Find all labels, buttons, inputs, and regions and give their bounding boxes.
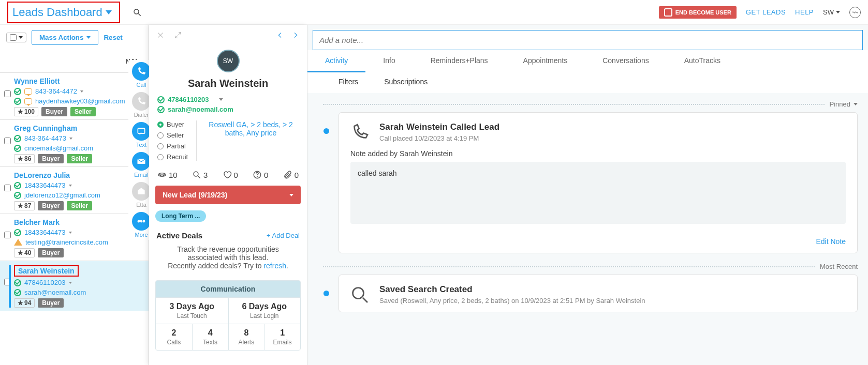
next-lead-icon[interactable] xyxy=(291,31,300,39)
rail-email[interactable]: Email xyxy=(132,152,151,178)
tag-buyer: Buyer xyxy=(38,298,64,308)
rail-more[interactable]: More xyxy=(132,212,151,238)
lead-checkbox[interactable] xyxy=(4,185,11,191)
end-become-user-button[interactable]: END BECOME USER xyxy=(659,6,737,19)
dashboard-title-dropdown[interactable]: Leads Dashboard xyxy=(7,2,120,23)
stat-help[interactable]: 0 xyxy=(253,170,268,179)
stat-last-login[interactable]: 6 Days AgoLast Login xyxy=(228,297,301,324)
lead-phone[interactable]: 18433644473 xyxy=(24,181,66,189)
detail-email[interactable]: sarah@noemail.com xyxy=(168,105,233,113)
note-text: called sarah xyxy=(350,162,846,224)
call-icon xyxy=(132,62,151,81)
rail-call[interactable]: Call xyxy=(132,62,151,88)
check-circle-icon xyxy=(14,98,21,105)
stat-attachments[interactable]: 0 xyxy=(283,170,299,179)
lead-checkbox[interactable] xyxy=(4,138,11,144)
help-link[interactable]: HELP xyxy=(795,8,814,16)
lead-name[interactable]: Sarah Weinstein xyxy=(18,267,75,275)
chevron-down-icon[interactable] xyxy=(219,98,223,101)
add-note-input[interactable] xyxy=(313,30,863,50)
lead-email[interactable]: jdelorenzo12@gmail.com xyxy=(24,191,100,199)
type-recruit[interactable]: Recruit xyxy=(157,153,188,161)
status-indicator-icon[interactable] xyxy=(849,7,861,18)
lead-checkbox[interactable] xyxy=(4,90,11,97)
text-icon xyxy=(132,122,151,141)
lead-row[interactable]: Sarah Weinstein 47846110203 sarah@noemai… xyxy=(0,261,149,311)
stat-calls[interactable]: 2Calls xyxy=(156,324,192,350)
lead-email[interactable]: testing@trainercincsite.com xyxy=(25,238,108,246)
rail-label: Email xyxy=(134,172,149,178)
edit-note-link[interactable]: Edit Note xyxy=(816,237,846,246)
search-icon[interactable] xyxy=(133,8,142,17)
chevron-down-icon[interactable] xyxy=(69,185,72,187)
lead-name[interactable]: Greg Cunningham xyxy=(14,124,77,132)
refresh-link[interactable]: refresh xyxy=(263,262,286,270)
lead-name[interactable]: Wynne Elliott xyxy=(14,77,60,85)
svg-point-0 xyxy=(134,9,139,14)
lead-email[interactable]: cincemails@gmail.com xyxy=(24,144,93,152)
subscriptions-tab[interactable]: Subscriptions xyxy=(384,78,428,86)
column-header-name: NAI xyxy=(0,50,149,72)
expand-icon[interactable] xyxy=(174,31,182,39)
chevron-down-icon xyxy=(86,36,91,39)
stat-last-touch[interactable]: 3 Days AgoLast Touch xyxy=(156,297,228,324)
lead-row[interactable]: Belcher Mark 18433644473 testing@trainer… xyxy=(0,214,149,261)
user-menu[interactable]: SW xyxy=(823,8,840,16)
lead-phone[interactable]: 18433644473 xyxy=(24,229,66,236)
select-all-checkbox[interactable] xyxy=(10,34,17,41)
stat-alerts[interactable]: 8Alerts xyxy=(228,324,264,350)
lead-checkbox[interactable] xyxy=(4,232,11,238)
lead-email[interactable]: sarah@noemail.com xyxy=(24,288,86,296)
lead-score: ★40 xyxy=(14,248,35,257)
tab-autotracks[interactable]: AutoTracks xyxy=(667,50,738,72)
close-icon[interactable] xyxy=(156,31,165,39)
stat-views[interactable]: 10 xyxy=(157,170,178,179)
rail-label: Text xyxy=(136,142,146,148)
check-circle-icon xyxy=(157,106,165,113)
add-deal-button[interactable]: + Add Deal xyxy=(267,232,300,239)
chevron-down-icon[interactable] xyxy=(69,138,72,140)
tab-conversations[interactable]: Conversations xyxy=(585,50,667,72)
pinned-label[interactable]: Pinned xyxy=(830,100,858,108)
stat-texts[interactable]: 4Texts xyxy=(192,324,228,350)
lead-row[interactable]: Wynne Elliott 843-364-4472 haydenhawkey0… xyxy=(0,72,149,119)
rail-etta[interactable]: Etta xyxy=(132,182,151,208)
lead-tag-chip[interactable]: Long Term ... xyxy=(155,210,206,222)
lead-status-dropdown[interactable]: New Lead (9/19/23) xyxy=(155,186,301,204)
get-leads-link[interactable]: GET LEADS xyxy=(746,8,786,16)
tab-appointments[interactable]: Appointments xyxy=(506,50,585,72)
type-partial[interactable]: Partial xyxy=(157,142,188,150)
stat-emails[interactable]: 1Emails xyxy=(264,324,300,350)
detail-phone[interactable]: 47846110203 xyxy=(168,96,209,103)
chevron-down-icon[interactable] xyxy=(69,232,72,234)
tab-reminders+plans[interactable]: Reminders+Plans xyxy=(413,50,506,72)
stat-searches[interactable]: 3 xyxy=(192,170,208,179)
email-icon xyxy=(132,152,151,171)
mass-actions-button[interactable]: Mass Actions xyxy=(32,30,98,45)
search-criteria[interactable]: Roswell GA, > 2 beds, > 2 baths, Any pri… xyxy=(203,120,299,161)
stat-favorites[interactable]: 0 xyxy=(223,170,238,179)
filters-tab[interactable]: Filters xyxy=(339,78,358,86)
prev-lead-icon[interactable] xyxy=(276,31,284,39)
rail-dialer[interactable]: Dialer xyxy=(132,92,151,118)
svg-line-12 xyxy=(198,176,200,178)
type-seller[interactable]: Seller xyxy=(157,131,188,139)
lead-email[interactable]: haydenhawkey03@gmail.com xyxy=(35,97,125,105)
chevron-down-icon[interactable] xyxy=(80,90,83,93)
lead-phone[interactable]: 47846110203 xyxy=(24,279,66,286)
chevron-down-icon[interactable] xyxy=(69,282,72,284)
select-all-dropdown[interactable] xyxy=(6,33,26,42)
svg-point-4 xyxy=(138,220,139,222)
tab-activity[interactable]: Activity xyxy=(307,50,365,72)
reset-button[interactable]: Reset xyxy=(104,34,122,41)
type-buyer[interactable]: Buyer xyxy=(157,120,188,128)
more-icon xyxy=(132,212,151,231)
lead-name[interactable]: Belcher Mark xyxy=(14,218,60,226)
rail-text[interactable]: Text xyxy=(132,122,151,148)
lead-phone[interactable]: 843-364-4472 xyxy=(35,87,77,95)
lead-name[interactable]: DeLorenzo Julia xyxy=(14,171,70,179)
lead-row[interactable]: Greg Cunningham 843-364-4473 cincemails@… xyxy=(0,119,149,166)
lead-row[interactable]: DeLorenzo Julia 18433644473 jdelorenzo12… xyxy=(0,166,149,214)
tab-info[interactable]: Info xyxy=(365,50,413,72)
lead-phone[interactable]: 843-364-4473 xyxy=(24,134,66,142)
